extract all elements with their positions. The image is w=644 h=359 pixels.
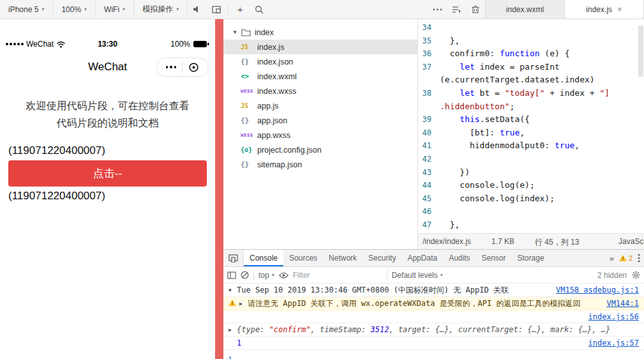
page-title: WeChat	[88, 61, 127, 73]
console-tab-appdata[interactable]: AppData	[401, 250, 443, 266]
context-selector[interactable]: top ▾	[258, 271, 274, 280]
language-mode[interactable]: JavaScript	[618, 237, 644, 246]
detach-window-icon[interactable]	[207, 0, 226, 19]
caret-down-icon[interactable]: ▼	[232, 29, 237, 35]
add-icon[interactable]: +	[230, 0, 250, 19]
more-tabs-icon[interactable]: »	[610, 254, 614, 263]
code-line[interactable]: (e.currentTarget.dataset.index)	[418, 73, 644, 87]
source-link[interactable]: VM144:1	[606, 299, 639, 308]
code-line[interactable]: 47 },	[418, 218, 644, 232]
inspect-device-icon[interactable]	[223, 250, 244, 266]
code-text: let index = parseInt	[440, 61, 560, 74]
line-number: 39	[418, 113, 440, 126]
network-selector[interactable]: WiFi ▾	[96, 0, 134, 19]
settings-gear-icon[interactable]	[632, 271, 640, 279]
code-line[interactable]: 42	[418, 153, 644, 166]
file-item-app.wxss[interactable]: wxssapp.wxss	[223, 128, 417, 142]
console-message: 1index.js:57	[223, 337, 644, 350]
editor-scrollbar[interactable]	[638, 19, 643, 233]
kebab-menu-icon[interactable]	[638, 254, 640, 263]
more-icon[interactable]	[428, 0, 447, 19]
device-selector[interactable]: iPhone 5 ▾	[0, 0, 53, 19]
welcome-line-1: 欢迎使用代码片段，可在控制台查看	[10, 97, 205, 114]
code-line[interactable]: 37 let index = parseInt	[418, 61, 644, 74]
console-tab-storage[interactable]: Storage	[512, 250, 550, 266]
simulate-actions-label: 模拟操作	[142, 4, 173, 15]
more-menu-icon[interactable]	[160, 66, 183, 68]
code-line[interactable]: 40 [bt]: true,	[418, 126, 644, 140]
source-link[interactable]: VM158 asdebug.js:1	[556, 286, 639, 294]
source-link[interactable]: index.js:56	[588, 312, 639, 321]
console-tab-console[interactable]: Console	[244, 250, 283, 266]
close-miniprogram-icon[interactable]	[183, 62, 205, 73]
file-name: index.json	[257, 57, 293, 66]
console-message: index.js:56	[223, 310, 644, 323]
clear-cache-icon[interactable]	[466, 0, 485, 19]
file-item-index.wxml[interactable]: <>index.wxml	[223, 69, 417, 84]
js-file-icon: JS	[241, 43, 257, 50]
file-item-project.config.json[interactable]: {o}project.config.json	[223, 142, 417, 157]
console-tab-sensor[interactable]: Sensor	[476, 250, 512, 266]
console-tab-security[interactable]: Security	[363, 250, 401, 266]
code-line[interactable]: 41 hiddenmodalput0: true,	[418, 139, 644, 153]
filter-input[interactable]	[293, 271, 382, 280]
code-line[interactable]: 46	[418, 205, 644, 218]
console-message: ▶请注意无 AppID 关联下，调用 wx.operateWXData 是受限的…	[223, 297, 644, 310]
console-tab-network[interactable]: Network	[323, 250, 363, 266]
close-tab-icon[interactable]: ×	[617, 4, 622, 14]
zoom-selector[interactable]: 100% ▾	[53, 0, 96, 19]
top-toolbar: iPhone 5 ▾ 100% ▾ WiFi ▾ 模拟操作 ▾ +	[0, 0, 644, 19]
file-item-app.js[interactable]: JSapp.js	[223, 98, 417, 113]
code-line[interactable]: 39 this.setData({	[418, 113, 644, 126]
clear-console-icon[interactable]	[241, 271, 249, 279]
source-link[interactable]: index.js:57	[588, 339, 639, 348]
file-item-index.json[interactable]: {}index.json	[223, 54, 417, 69]
simulate-actions-selector[interactable]: 模拟操作 ▾	[134, 0, 188, 19]
code-line[interactable]: .hiddenbutton";	[418, 100, 644, 114]
chevron-down-icon: ▾	[272, 272, 274, 278]
file-list: JSindex.js{}index.json<>index.wxmlwxssin…	[223, 40, 417, 172]
file-item-index.js[interactable]: JSindex.js	[223, 40, 417, 54]
code-line[interactable]: 36 confirm0: function (e) {	[418, 47, 644, 61]
folder-index[interactable]: ▼ index	[223, 25, 417, 40]
code-line[interactable]: 45 console.log(index);	[418, 192, 644, 206]
file-item-index.wxss[interactable]: wxssindex.wxss	[223, 84, 417, 98]
code-line[interactable]: 35 },	[418, 34, 644, 48]
log-levels-selector[interactable]: Default levels ▾	[392, 271, 443, 280]
expand-arrow-icon[interactable]: ▶	[228, 325, 237, 333]
arrow-spacer	[228, 312, 237, 314]
compile-config-icon[interactable]	[447, 0, 466, 19]
file-name: index.wxml	[257, 72, 297, 81]
tap-button[interactable]: 点击--	[8, 160, 207, 187]
code-text: },	[440, 34, 460, 48]
console-prompt-row[interactable]: ›	[223, 350, 644, 359]
code-line[interactable]: 34	[418, 21, 644, 34]
file-item-app.json[interactable]: {}app.json	[223, 113, 417, 128]
line-number: 44	[418, 179, 440, 192]
line-number: 38	[418, 87, 440, 100]
code-line[interactable]: 38 let bt = "today[" + index + "]	[418, 87, 644, 100]
code-line[interactable]: 44 console.log(e);	[418, 179, 644, 192]
message-text: {type: "confirm", timeStamp: 3512, targe…	[237, 325, 639, 335]
tab-index-js[interactable]: index.js ×	[565, 0, 644, 19]
console-tab-audits[interactable]: Audits	[443, 250, 476, 266]
mute-icon[interactable]	[188, 0, 207, 19]
file-item-sitemap.json[interactable]: {}sitemap.json	[223, 157, 417, 172]
code-line[interactable]: 43 })	[418, 166, 644, 180]
expand-arrow-icon[interactable]: ▼	[228, 286, 237, 293]
console-message: ▼Tue Sep 10 2019 13:30:46 GMT+0800 (中国标准…	[223, 284, 644, 297]
file-name: app.wxss	[257, 131, 290, 140]
warning-count-badge[interactable]: 2	[619, 254, 633, 262]
console-tab-sources[interactable]: Sources	[283, 250, 323, 266]
console-toolbar: top ▾ Default levels ▾ 2 hidden	[223, 267, 644, 284]
json-file-icon: {}	[241, 160, 257, 169]
expand-arrow-icon[interactable]: ▶	[239, 299, 248, 307]
eye-icon[interactable]	[279, 272, 288, 279]
phone-nav-bar: WeChat	[0, 54, 215, 80]
tab-index-wxml[interactable]: index.wxml	[486, 0, 565, 19]
search-icon[interactable]	[250, 0, 269, 19]
chevron-down-icon: ▾	[41, 6, 44, 12]
line-number: 43	[418, 166, 440, 180]
line-number: 36	[418, 47, 440, 61]
console-sidebar-icon[interactable]	[227, 271, 236, 279]
